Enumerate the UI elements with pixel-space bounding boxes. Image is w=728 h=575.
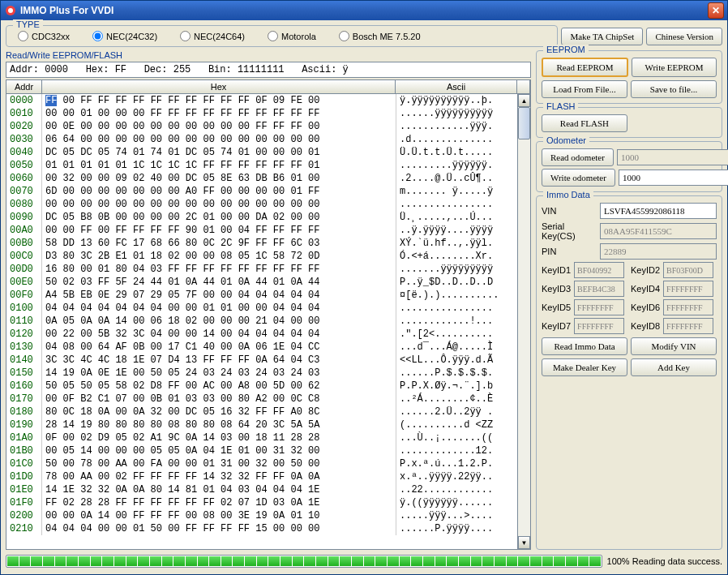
load-from-file-button[interactable]: Load From File... [542, 80, 627, 98]
serial-key-input [600, 223, 717, 239]
type-radio-cdc32xx[interactable]: CDC32xx [18, 31, 70, 41]
hex-row[interactable]: 002000 0E 00 00 00 00 00 00 00 00 00 00 … [6, 120, 517, 133]
type-radio-nec-24c32-[interactable]: NEC(24C32) [92, 31, 157, 41]
hex-row[interactable]: 01D078 00 AA 00 02 FF FF FF FF 14 32 32 … [6, 470, 517, 483]
add-key-button[interactable]: Add Key [631, 358, 717, 376]
type-label: TYPE [13, 19, 43, 29]
hex-row[interactable]: 0000FF 00 FF FF FF FF FF FF FF FF FF FF … [6, 94, 517, 107]
read-odometer-button[interactable]: Read odometer [542, 148, 614, 166]
svg-point-1 [8, 8, 13, 13]
hex-row[interactable]: 00A000 00 FF 00 FF FF FF FF 90 01 00 04 … [6, 224, 517, 237]
hex-row[interactable]: 008000 00 00 00 00 00 00 00 00 00 00 00 … [6, 198, 517, 211]
hex-row[interactable]: 016050 05 50 05 58 02 D8 FF 00 AC 00 A8 … [6, 380, 517, 393]
hex-row[interactable]: 01E014 1E 32 32 0A 0A 80 14 81 01 04 03 … [6, 483, 517, 496]
hex-row[interactable]: 00D016 80 00 01 80 04 03 FF FF FF FF FF … [6, 263, 517, 276]
scroll-down-button[interactable]: ▼ [518, 536, 530, 549]
hex-row[interactable]: 005001 01 01 01 01 1C 1C 1C 1C FF FF FF … [6, 159, 517, 172]
keyid2-input [663, 262, 713, 278]
read-immo-data-button[interactable]: Read Immo Data [542, 337, 627, 355]
hex-editor[interactable]: Addr Hex Ascii 0000FF 00 FF FF FF FF FF … [6, 79, 531, 550]
hex-row[interactable]: 003006 64 00 00 00 00 00 00 00 00 00 00 … [6, 133, 517, 146]
hex-row[interactable]: 018080 0C 18 0A 00 0A 32 00 DC 05 16 32 … [6, 406, 517, 418]
col-addr-header: Addr [6, 80, 42, 93]
keyid3-input [574, 281, 624, 297]
write-odometer-button[interactable]: Write odometer [542, 169, 615, 187]
hex-row[interactable]: 01F0FF 02 28 28 FF FF FF FF FF FF 02 07 … [6, 496, 517, 509]
keyid1-input [574, 262, 624, 278]
make-ta-chipset-button[interactable]: Make TA ChipSet [561, 28, 643, 45]
status-bar: Addr: 0000 Hex: FF Dec: 255 Bin: 1111111… [6, 62, 531, 78]
progress-label: 100% Reading data success. [607, 556, 722, 566]
hex-row[interactable]: 00C0D3 80 3C 2B E1 01 18 02 00 00 08 05 … [6, 250, 517, 263]
hex-row[interactable]: 01100A 05 0A 0A 14 00 06 18 02 00 00 00 … [6, 315, 517, 328]
hex-row[interactable]: 010004 04 04 04 04 04 04 00 00 01 01 00 … [6, 302, 517, 315]
app-icon [4, 4, 17, 17]
type-radio-nec-24c64-[interactable]: NEC(24C64) [180, 31, 245, 41]
hex-row[interactable]: 013004 08 00 64 AF 0B 00 17 C1 40 00 0A … [6, 341, 517, 354]
hex-row[interactable]: 015014 19 0A 0E 1E 00 50 05 24 03 24 03 … [6, 367, 517, 380]
scrollbar[interactable]: ▲ ▼ [517, 94, 530, 549]
write-odometer-input[interactable] [619, 169, 728, 186]
hex-row[interactable]: 0090DC 05 B8 0B 00 00 00 00 2C 01 00 00 … [6, 211, 517, 224]
hex-row[interactable]: 0040DC 05 DC 05 74 01 74 01 DC 05 74 01 … [6, 146, 517, 159]
hex-row[interactable]: 01A00F 00 02 D9 05 02 A1 9C 0A 14 03 00 … [6, 431, 517, 444]
keyid8-input [663, 318, 713, 334]
hex-row[interactable]: 017000 0F B2 C1 07 00 0B 01 03 03 00 80 … [6, 393, 517, 406]
hex-row[interactable]: 00706D 00 00 00 00 00 00 00 A0 FF 00 00 … [6, 185, 517, 198]
scroll-thumb[interactable] [518, 107, 530, 139]
modify-vin-button[interactable]: Modify VIN [631, 337, 717, 355]
hex-row[interactable]: 01403C 3C 4C 4C 18 1E 07 D4 13 FF FF FF … [6, 354, 517, 367]
type-radio-bosch-me-7-5-20[interactable]: Bosch ME 7.5.20 [339, 31, 421, 41]
eeprom-fieldset: EEPROM Read EEPROM Write EEPROM Load Fro… [536, 50, 722, 104]
vin-input[interactable] [600, 203, 717, 219]
col-hex-header: Hex [42, 80, 396, 93]
keyid5-input [574, 299, 624, 315]
read-odometer-value [617, 149, 728, 165]
odometer-fieldset: Odometer Read odometer Write odometer [536, 141, 722, 192]
type-radio-motorola[interactable]: Motorola [268, 31, 316, 41]
hex-row[interactable]: 00B058 DD 13 60 FC 17 68 66 80 0C 2C 9F … [6, 237, 517, 250]
keyid4-input [663, 281, 713, 297]
titlebar: IMMO Plus For VVDI ✕ [1, 1, 727, 20]
scroll-up-button[interactable]: ▲ [518, 94, 530, 107]
keyid7-input [574, 318, 624, 334]
hex-row[interactable]: 019028 14 19 80 80 80 80 08 80 80 08 64 … [6, 418, 517, 431]
hex-row[interactable]: 00F0A4 5B EB 0E 29 07 29 05 7F 00 00 04 … [6, 289, 517, 302]
chinese-version-button[interactable]: Chinese Version [646, 28, 722, 45]
progress-bar [6, 555, 602, 568]
hex-row[interactable]: 006000 32 00 00 09 02 40 00 DC 05 8E 63 … [6, 172, 517, 185]
hex-row[interactable]: 01B000 05 14 00 00 00 05 05 0A 04 1E 01 … [6, 444, 517, 457]
save-to-file-button[interactable]: Save to file... [631, 80, 717, 98]
hex-row[interactable]: 012000 22 00 5B 32 3C 04 00 00 14 00 04 … [6, 328, 517, 341]
flash-fieldset: FLASH Read FLASH [536, 107, 722, 138]
window-title: IMMO Plus For VVDI [20, 5, 708, 16]
rw-eeprom-label: Read/Write EEPROM/FLASH [6, 50, 531, 60]
hex-row[interactable]: 001000 00 01 00 00 00 FF FF FF FF FF FF … [6, 107, 517, 120]
col-ascii-header: Ascii [396, 80, 517, 93]
keyid6-input [663, 299, 713, 315]
write-eeprom-button[interactable]: Write EEPROM [632, 58, 717, 77]
immo-data-fieldset: Immo Data VIN Serial Key(CS) PIN KeyID1 … [536, 195, 722, 550]
hex-row[interactable]: 020000 00 0A 14 00 FF FF FF 00 08 00 3E … [6, 509, 517, 522]
pin-input [600, 243, 717, 260]
read-eeprom-button[interactable]: Read EEPROM [542, 58, 628, 77]
hex-row[interactable]: 021004 04 04 00 00 01 50 00 FF FF FF FF … [6, 522, 517, 535]
close-button[interactable]: ✕ [708, 2, 724, 19]
read-flash-button[interactable]: Read FLASH [542, 114, 627, 132]
hex-row[interactable]: 00E050 02 03 FF 5F 24 44 01 0A 44 01 0A … [6, 276, 517, 289]
make-dealer-key-button[interactable]: Make Dealer Key [542, 358, 627, 376]
type-fieldset: TYPE CDC32xxNEC(24C32)NEC(24C64)Motorola… [6, 25, 558, 47]
hex-row[interactable]: 01C050 00 78 00 AA 00 FA 00 00 01 31 00 … [6, 457, 517, 470]
